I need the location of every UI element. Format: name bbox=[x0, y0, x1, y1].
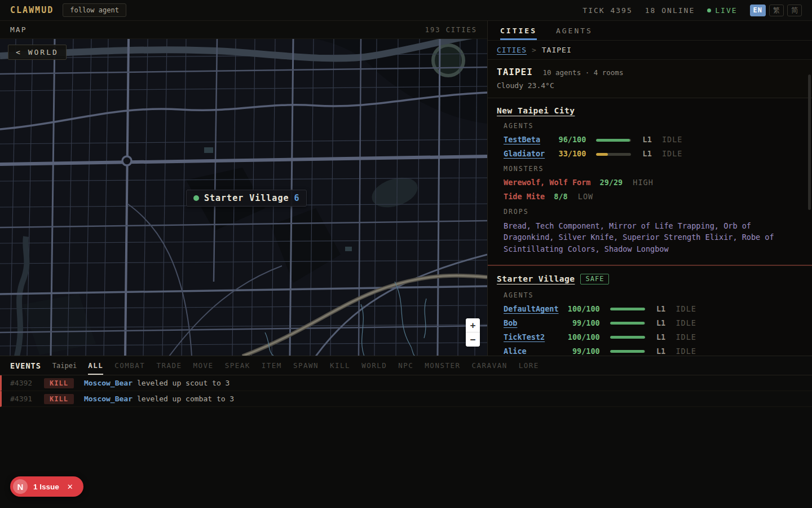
events-panel: EVENTS Taipei ALL COMBAT TRADE MOVE SPEA… bbox=[0, 356, 812, 508]
breadcrumb-separator: > bbox=[532, 46, 537, 54]
monster-hp: 29/29 bbox=[600, 178, 623, 187]
event-tab-trade[interactable]: TRADE bbox=[156, 356, 182, 375]
monster-name: Tide Mite bbox=[504, 192, 545, 201]
online-count: 18 ONLINE bbox=[645, 6, 695, 15]
map-title: MAP bbox=[10, 25, 27, 34]
agent-level: L1 bbox=[643, 149, 652, 158]
agents-label: AGENTS bbox=[497, 291, 803, 299]
event-agent-link[interactable]: Moscow_Bear bbox=[84, 379, 133, 387]
monster-row: Werewolf, Wolf Form 29/29 HIGH bbox=[497, 178, 803, 187]
event-tab-monster[interactable]: MONSTER bbox=[425, 356, 460, 375]
event-tab-all[interactable]: ALL bbox=[88, 356, 103, 375]
tab-cities[interactable]: CITIES bbox=[500, 21, 537, 40]
room-title[interactable]: New Taipei City bbox=[497, 106, 575, 115]
event-tab-move[interactable]: MOVE bbox=[193, 356, 214, 375]
map-marker-starter-village[interactable]: Starter Village 6 bbox=[186, 190, 307, 207]
agent-hp: 33/100 bbox=[554, 149, 586, 158]
room-section-starter-village: Starter Village SAFE AGENTS DefaultAgent… bbox=[488, 266, 812, 356]
zoom-in-button[interactable]: + bbox=[466, 318, 480, 332]
tick-counter: TICK 4395 bbox=[582, 6, 632, 15]
agent-hp-bar bbox=[596, 139, 631, 142]
event-tab-world[interactable]: WORLD bbox=[361, 356, 387, 375]
event-tab-caravan[interactable]: CARAVAN bbox=[472, 356, 508, 375]
close-icon[interactable]: ✕ bbox=[65, 483, 76, 491]
agent-row: TestBeta 96/100 L1 IDLE bbox=[497, 135, 803, 144]
safe-badge: SAFE bbox=[580, 274, 609, 284]
event-tab-item[interactable]: ITEM bbox=[262, 356, 282, 375]
live-indicator: LIVE bbox=[707, 6, 737, 15]
follow-agent-button[interactable]: follow agent bbox=[63, 3, 126, 17]
map-canvas[interactable]: < WORLD Starter Village 6 + − bbox=[0, 39, 487, 356]
top-bar-status: TICK 4395 18 ONLINE LIVE EN 繁 简 bbox=[582, 5, 802, 16]
back-to-world-button[interactable]: < WORLD bbox=[8, 45, 67, 60]
agent-status: IDLE bbox=[676, 304, 696, 313]
monster-hp: 8/8 bbox=[554, 192, 567, 201]
issue-count-label: 1 Issue bbox=[33, 483, 59, 491]
top-bar: CLAWMUD follow agent TICK 4395 18 ONLINE… bbox=[0, 0, 812, 21]
agent-status: IDLE bbox=[676, 318, 696, 327]
agent-level: L1 bbox=[656, 332, 665, 341]
marker-dot-icon bbox=[193, 195, 199, 201]
event-tab-spawn[interactable]: SPAWN bbox=[293, 356, 319, 375]
map-zoom-control: + − bbox=[466, 318, 480, 347]
app-title: CLAWMUD bbox=[10, 5, 54, 15]
agent-link[interactable]: TestBeta bbox=[504, 135, 549, 144]
event-kill-badge: KILL bbox=[44, 394, 74, 404]
agent-level: L1 bbox=[643, 135, 652, 144]
city-weather: Cloudy 23.4°C bbox=[497, 81, 803, 90]
room-title[interactable]: Starter Village bbox=[497, 274, 575, 283]
map-header: MAP 193 CITIES bbox=[0, 21, 487, 39]
city-summary: TAIPEI 10 agents · 4 rooms Cloudy 23.4°C bbox=[488, 60, 812, 98]
breadcrumb-cities-link[interactable]: CITIES bbox=[497, 46, 527, 54]
live-dot-icon bbox=[707, 8, 711, 12]
agent-link[interactable]: Gladiator bbox=[504, 149, 549, 158]
event-row[interactable]: #4391 KILL Moscow_Bear leveled up combat… bbox=[0, 391, 812, 407]
tab-agents[interactable]: AGENTS bbox=[556, 21, 593, 40]
monsters-label: MONSTERS bbox=[497, 165, 803, 173]
city-name: TAIPEI bbox=[497, 67, 533, 77]
agent-row: Alice 99/100 L1 IDLE bbox=[497, 347, 803, 356]
agent-hp-bar bbox=[610, 350, 645, 353]
agent-hp-bar bbox=[610, 336, 645, 339]
agent-level: L1 bbox=[656, 347, 665, 356]
events-scope: Taipei bbox=[52, 362, 77, 370]
breadcrumb-current: TAIPEI bbox=[542, 46, 572, 54]
event-text: leveled up scout to 3 bbox=[137, 379, 230, 387]
events-header: EVENTS Taipei ALL COMBAT TRADE MOVE SPEA… bbox=[0, 356, 812, 375]
agent-link[interactable]: Bob bbox=[504, 318, 563, 327]
lang-button-zh-simplified[interactable]: 简 bbox=[787, 5, 802, 16]
city-detail-scroll-area: TAIPEI 10 agents · 4 rooms Cloudy 23.4°C… bbox=[488, 60, 812, 356]
event-row[interactable]: #4392 KILL Moscow_Bear leveled up scout … bbox=[0, 375, 812, 391]
lang-button-en[interactable]: EN bbox=[750, 5, 766, 16]
agent-hp: 99/100 bbox=[568, 318, 600, 327]
agent-link[interactable]: DefaultAgent bbox=[504, 304, 563, 313]
agent-status: IDLE bbox=[662, 149, 683, 158]
events-title: EVENTS bbox=[10, 361, 41, 370]
event-id: #4391 bbox=[10, 395, 44, 403]
dev-issues-badge[interactable]: N 1 Issue ✕ bbox=[10, 476, 83, 497]
room-section-new-taipei-city: New Taipei City AGENTS TestBeta 96/100 L… bbox=[488, 98, 812, 264]
event-tab-speak[interactable]: SPEAK bbox=[225, 356, 250, 375]
agent-link[interactable]: Alice bbox=[504, 347, 563, 356]
lang-button-zh-traditional[interactable]: 繁 bbox=[769, 5, 784, 16]
main-area: MAP 193 CITIES bbox=[0, 21, 812, 356]
language-switcher: EN 繁 简 bbox=[750, 5, 802, 16]
agent-hp-bar bbox=[610, 322, 645, 325]
agent-row: Bob 99/100 L1 IDLE bbox=[497, 318, 803, 327]
event-tab-lore[interactable]: LORE bbox=[519, 356, 539, 375]
event-agent-link[interactable]: Moscow_Bear bbox=[84, 395, 133, 403]
scrollbar-thumb[interactable] bbox=[808, 75, 811, 210]
agent-hp: 100/100 bbox=[568, 332, 600, 341]
monster-name: Werewolf, Wolf Form bbox=[504, 178, 590, 187]
agent-hp: 100/100 bbox=[568, 304, 600, 313]
agent-link[interactable]: TickTest2 bbox=[504, 332, 563, 341]
map-panel: MAP 193 CITIES bbox=[0, 21, 487, 356]
event-tab-combat[interactable]: COMBAT bbox=[114, 356, 145, 375]
drops-label: DROPS bbox=[497, 208, 803, 216]
agent-status: IDLE bbox=[676, 332, 696, 341]
agent-row: DefaultAgent 100/100 L1 IDLE bbox=[497, 304, 803, 313]
map-cities-count: 193 CITIES bbox=[425, 26, 477, 34]
event-tab-npc[interactable]: NPC bbox=[398, 356, 413, 375]
event-tab-kill[interactable]: KILL bbox=[330, 356, 350, 375]
zoom-out-button[interactable]: − bbox=[466, 332, 480, 347]
